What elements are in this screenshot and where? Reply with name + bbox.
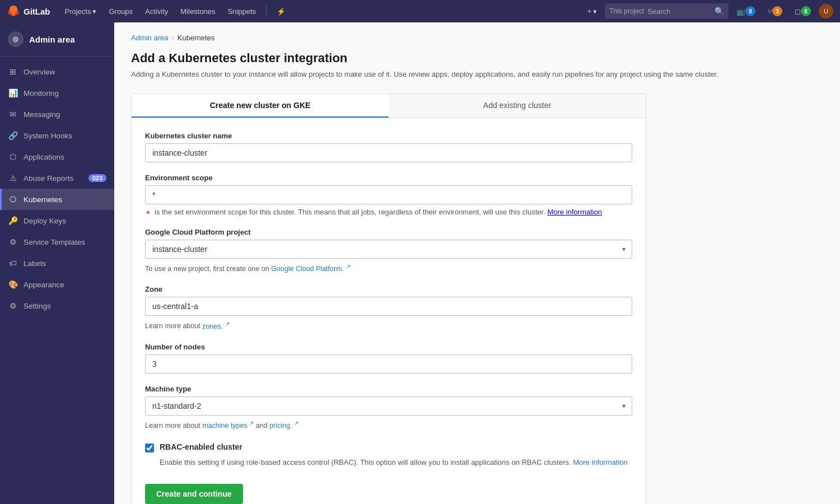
form-body: Kubernetes cluster name Environment scop…: [132, 118, 646, 505]
admin-area-icon: ⚙: [8, 31, 24, 47]
appearance-icon: 🎨: [8, 279, 18, 290]
gcp-project-select[interactable]: instance-cluster: [145, 240, 632, 259]
nav-issues-icon[interactable]: ◻6: [790, 4, 815, 18]
sidebar-item-label: Deploy Keys: [24, 217, 66, 225]
tab-create-gke[interactable]: Create new cluster on GKE: [132, 94, 389, 118]
zone-group: Zone Learn more about zones. ↗: [145, 285, 632, 332]
nav-merge-icon[interactable]: ⑂3: [763, 4, 787, 18]
search-scope-label: This project: [609, 7, 644, 15]
machine-type-select-wrapper: n1-standard-2 ▾: [145, 396, 632, 416]
nav-groups[interactable]: Groups: [103, 4, 138, 19]
sidebar-item-appearance[interactable]: 🎨 Appearance: [0, 274, 114, 295]
breadcrumb: Admin area › Kubernetes: [131, 34, 823, 42]
page-subtitle: Adding a Kubernetes cluster to your inst…: [131, 69, 823, 80]
nav-add-button[interactable]: ＋ ▾: [581, 4, 601, 18]
sidebar-item-kubernetes[interactable]: ⎔ Kubernetes: [0, 189, 114, 210]
abuse-reports-badge: 023: [88, 174, 106, 182]
search-container[interactable]: This project 🔍: [605, 3, 729, 19]
cluster-name-input[interactable]: [145, 143, 632, 162]
sidebar-item-applications[interactable]: ⬡ Applications: [0, 146, 114, 167]
form-card: Create new cluster on GKE Add existing c…: [131, 94, 646, 505]
external-link-icon: ↗: [346, 263, 351, 269]
machine-type-select[interactable]: n1-standard-2: [145, 396, 632, 416]
sidebar-item-label: Appearance: [24, 281, 64, 289]
breadcrumb-separator: ›: [171, 34, 174, 42]
applications-icon: ⬡: [8, 152, 18, 162]
sidebar-item-system-hooks[interactable]: 🔗 System Hooks: [0, 125, 114, 146]
nodes-input[interactable]: [145, 354, 632, 374]
sidebar-item-monitoring[interactable]: 📊 Monitoring: [0, 82, 114, 104]
nodes-label: Number of nodes: [145, 343, 632, 351]
sidebar-item-label: Messaging: [24, 110, 60, 119]
zone-input[interactable]: [145, 297, 632, 316]
page-title: Add a Kubernetes cluster integration: [131, 51, 823, 66]
nav-plugin-icon[interactable]: ⚡: [271, 4, 291, 19]
rbac-group: RBAC-enabled cluster Enable this setting…: [145, 442, 632, 468]
nav-projects[interactable]: Projects ▾: [59, 4, 102, 19]
rbac-label: RBAC-enabled cluster: [160, 442, 242, 451]
page-layout: ⚙ Admin area ⊞ Overview 📊 Monitoring ✉ M…: [0, 22, 840, 504]
sidebar-item-overview[interactable]: ⊞ Overview: [0, 61, 114, 82]
breadcrumb-current: Kubernetes: [178, 34, 215, 42]
sidebar-item-abuse-reports[interactable]: ⚠ Abuse Reports 023: [0, 167, 114, 189]
sidebar-item-service-templates[interactable]: ⚙ Service Templates: [0, 231, 114, 253]
nav-snippets[interactable]: Snippets: [222, 4, 262, 19]
sidebar-item-deploy-keys[interactable]: 🔑 Deploy Keys: [0, 210, 114, 231]
scope-more-info-link[interactable]: More information: [547, 208, 602, 216]
pricing-link[interactable]: pricing. ↗: [269, 422, 298, 430]
breadcrumb-admin-link[interactable]: Admin area: [131, 34, 168, 42]
user-avatar[interactable]: U: [819, 4, 833, 18]
env-scope-label: Environment scope: [145, 174, 632, 182]
star-icon: ✦: [145, 208, 151, 217]
chevron-down-icon: ▾: [92, 7, 96, 16]
pricing-ext-icon: ↗: [294, 420, 298, 426]
nav-activity[interactable]: Activity: [139, 4, 174, 19]
gcp-project-select-wrapper: instance-cluster ▾: [145, 240, 632, 259]
machine-types-ext-icon: ↗: [249, 420, 254, 426]
merge-badge: 3: [772, 6, 782, 16]
nav-milestones[interactable]: Milestones: [175, 4, 221, 19]
rbac-more-info-link[interactable]: More information: [573, 458, 628, 466]
sidebar-item-messaging[interactable]: ✉ Messaging: [0, 104, 114, 125]
rbac-checkbox[interactable]: [145, 444, 154, 452]
sidebar-item-settings[interactable]: ⚙ Settings: [0, 295, 114, 316]
env-scope-group: Environment scope ✦ is the set environme…: [145, 174, 632, 217]
sidebar-item-label: Settings: [24, 302, 51, 310]
issues-badge: 6: [801, 6, 811, 16]
system-hooks-icon: 🔗: [8, 130, 18, 141]
monitor-badge: 9: [745, 6, 755, 16]
nav-divider: [266, 6, 267, 17]
gcp-project-group: Google Cloud Platform project instance-c…: [145, 228, 632, 274]
zones-link[interactable]: zones. ↗: [202, 323, 229, 330]
machine-type-label: Machine type: [145, 385, 632, 393]
create-and-continue-button[interactable]: Create and continue: [145, 484, 243, 504]
machine-type-group: Machine type n1-standard-2 ▾ Learn more …: [145, 385, 632, 431]
gcp-project-label: Google Cloud Platform project: [145, 228, 632, 236]
env-scope-input[interactable]: [145, 185, 632, 204]
machine-type-hint: Learn more about machine types ↗ and pri…: [145, 419, 632, 431]
kubernetes-icon: ⎔: [8, 194, 18, 204]
sidebar-nav: ⊞ Overview 📊 Monitoring ✉ Messaging 🔗 Sy…: [0, 57, 114, 504]
settings-icon: ⚙: [8, 301, 18, 311]
sidebar-item-label: Service Templates: [24, 238, 85, 246]
zone-label: Zone: [145, 285, 632, 293]
tab-add-existing[interactable]: Add existing cluster: [389, 94, 646, 118]
sidebar-item-labels[interactable]: 🏷 Labels: [0, 253, 114, 274]
machine-types-link[interactable]: machine types ↗: [202, 422, 254, 430]
gcp-platform-link[interactable]: Google Cloud Platform. ↗: [271, 265, 350, 273]
nav-links: Projects ▾ Groups Activity Milestones Sn…: [59, 4, 577, 19]
service-templates-icon: ⚙: [8, 237, 18, 247]
cluster-name-group: Kubernetes cluster name: [145, 132, 632, 162]
nodes-group: Number of nodes: [145, 343, 632, 374]
nav-monitor-icon[interactable]: 📺9: [732, 4, 760, 18]
sidebar: ⚙ Admin area ⊞ Overview 📊 Monitoring ✉ M…: [0, 22, 114, 504]
scope-info: ✦ is the set environment scope for this …: [145, 208, 632, 217]
rbac-checkbox-row: RBAC-enabled cluster: [145, 442, 632, 452]
external-link-icon-zones: ↗: [225, 320, 230, 326]
overview-icon: ⊞: [8, 67, 18, 77]
sidebar-item-label: System Hooks: [24, 132, 72, 140]
sidebar-item-label: Labels: [24, 259, 46, 268]
search-input[interactable]: [647, 7, 715, 16]
sidebar-header: ⚙ Admin area: [0, 22, 114, 57]
gitlab-logo[interactable]: GitLab: [7, 4, 50, 18]
